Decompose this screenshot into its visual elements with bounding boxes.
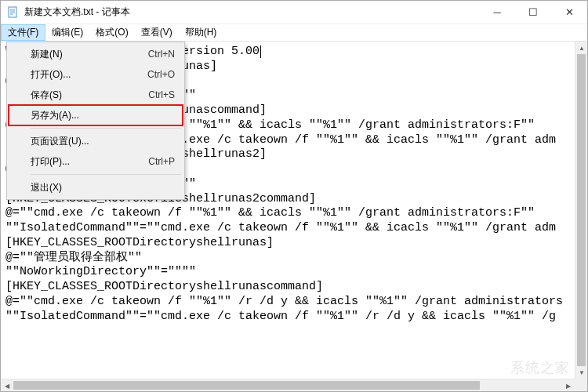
vscroll-thumb[interactable] [577, 54, 586, 366]
menu-item-3[interactable]: 查看(V) [135, 24, 179, 41]
menu-option[interactable]: 退出(X) [9, 177, 183, 198]
menu-option-shortcut: Ctrl+P [148, 156, 175, 167]
hscroll-track[interactable] [13, 379, 562, 391]
menu-option[interactable]: 保存(S)Ctrl+S [9, 85, 183, 105]
menu-option-label: 页面设置(U)... [31, 135, 175, 148]
menu-item-4[interactable]: 帮助(H) [179, 24, 223, 41]
titlebar: 新建文本文档.txt - 记事本 ─ ☐ ✕ [1, 1, 587, 24]
menu-option[interactable]: 另存为(A)... [9, 105, 183, 125]
scrollbar-corner [575, 379, 587, 391]
menu-option-label: 打开(O)... [31, 68, 147, 82]
menu-option-shortcut: Ctrl+N [148, 49, 175, 60]
scroll-left-icon[interactable]: ◀ [1, 379, 13, 391]
menu-option-label: 退出(X) [31, 181, 175, 194]
menu-option-label: 打印(P)... [31, 155, 148, 169]
menu-option-label: 保存(S) [31, 89, 148, 102]
menubar: 文件(F)编辑(E)格式(O)查看(V)帮助(H) [1, 24, 587, 42]
editor-line: @=""管理员取得全部权"" [5, 251, 570, 266]
editor-line: @=""cmd.exe /c takeown /f ""%1"" && icac… [5, 206, 570, 221]
menu-separator [31, 174, 181, 175]
horizontal-scrollbar[interactable]: ◀ ▶ [1, 379, 575, 391]
menu-option[interactable]: 新建(N)Ctrl+N [9, 44, 183, 64]
menu-item-2[interactable]: 格式(O) [89, 24, 134, 41]
menu-option[interactable]: 打印(P)...Ctrl+P [9, 151, 183, 172]
vscroll-track[interactable] [575, 54, 587, 366]
scroll-right-icon[interactable]: ▶ [562, 379, 575, 391]
close-button[interactable]: ✕ [551, 1, 587, 24]
menu-option[interactable]: 页面设置(U)... [9, 131, 183, 151]
maximize-button[interactable]: ☐ [515, 1, 551, 24]
svg-rect-0 [9, 7, 16, 17]
menu-item-0[interactable]: 文件(F) [1, 24, 45, 41]
menu-option-label: 另存为(A)... [31, 109, 175, 122]
vertical-scrollbar[interactable]: ▲ ▼ [575, 42, 587, 379]
editor-line: ""IsolatedCommand""=""cmd.exe /c takeown… [5, 310, 570, 325]
menu-item-1[interactable]: 编辑(E) [45, 24, 89, 41]
scroll-down-icon[interactable]: ▼ [575, 366, 587, 379]
menu-option-shortcut: Ctrl+S [148, 89, 175, 100]
editor-line: ""IsolatedCommand""=""cmd.exe /c takeown… [5, 221, 570, 236]
menu-option-label: 新建(N) [31, 48, 148, 61]
scroll-up-icon[interactable]: ▲ [575, 42, 587, 54]
window-controls: ─ ☐ ✕ [479, 1, 587, 24]
minimize-button[interactable]: ─ [479, 1, 515, 24]
editor-line: @=""cmd.exe /c takeown /f ""%1"" /r /d y… [5, 295, 570, 310]
menu-option[interactable]: 打开(O)...Ctrl+O [9, 64, 183, 85]
text-caret [260, 45, 261, 58]
menu-option-shortcut: Ctrl+O [147, 69, 175, 80]
hscroll-thumb[interactable] [13, 381, 480, 390]
editor-line: ""NoWorkingDirectory""="""" [5, 265, 570, 280]
file-menu-dropdown: 新建(N)Ctrl+N打开(O)...Ctrl+O保存(S)Ctrl+S另存为(… [6, 42, 185, 200]
notepad-icon [7, 6, 20, 19]
menu-separator [31, 128, 181, 129]
window-title: 新建文本文档.txt - 记事本 [24, 5, 479, 19]
editor-line: [HKEY_CLASSES_ROOTDirectoryshellrunas] [5, 236, 570, 251]
editor-line: [HKEY_CLASSES_ROOTDirectoryshellrunascom… [5, 280, 570, 295]
